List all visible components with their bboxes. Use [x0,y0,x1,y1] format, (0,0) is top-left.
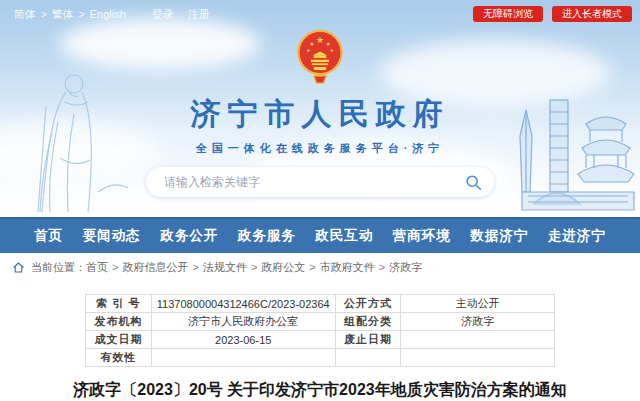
svg-text:★: ★ [309,41,314,47]
nav-item-data-jining[interactable]: 数据济宁 [470,227,528,245]
breadcrumb-city-gov-files[interactable]: 市政府文件 [320,260,375,275]
accessibility-buttons: 无障碍浏览 进入长者模式 [473,6,632,22]
topbar: 简体 > 繁体 > English 登录 注册 无障碍浏览 进入长者模式 [0,0,640,24]
topbar-separator: > [79,9,85,20]
search-icon [465,174,482,191]
breadcrumb-prefix: 当前位置： [31,260,86,275]
nav-item-business-env[interactable]: 营商环境 [393,227,451,245]
elder-mode-button[interactable]: 进入长者模式 [552,6,632,22]
breadcrumb-separator: > [192,261,198,273]
meta-value-disclosure: 主动公开 [401,295,555,313]
meta-label-date: 成文日期 [86,331,152,349]
main-nav: 首页 要闻动态 政务公开 政务服务 政民互动 营商环境 数据济宁 走进济宁 [0,217,640,253]
meta-label-disclosure: 公开方式 [335,295,401,313]
meta-label-issuer: 发布机构 [86,313,152,331]
accessible-browsing-button[interactable]: 无障碍浏览 [473,6,543,22]
search-bar [146,167,494,197]
meta-label-category: 组配分类 [335,313,401,331]
site-title: 济宁市人民政府 [0,94,640,135]
meta-label-validity: 有效性 [86,349,152,367]
lang-simplified-link[interactable]: 简体 [14,7,36,22]
svg-text:★: ★ [330,48,334,53]
meta-value-empty [401,349,555,367]
meta-label-empty [335,349,401,367]
breadcrumb-separator: > [379,261,385,273]
home-icon [12,261,25,274]
document-title: 济政字〔2023〕20号 关于印发济宁市2023年地质灾害防治方案的通知 [0,380,640,401]
national-emblem-icon: ★ ★ ★ ★ ★ [293,27,347,87]
doc-meta-table: 索 引 号 11370800004312466C/2023-02364 公开方式… [85,294,555,367]
nav-item-gov-services[interactable]: 政务服务 [238,227,296,245]
search-input[interactable] [164,175,465,189]
breadcrumb-regulation-files[interactable]: 法规文件 [203,260,247,275]
table-row: 成文日期 2023-06-15 废止日期 [86,331,555,349]
meta-value-expiry [401,331,555,349]
nav-item-home[interactable]: 首页 [34,227,63,245]
meta-label-expiry: 废止日期 [335,331,401,349]
nav-item-gov-disclosure[interactable]: 政务公开 [160,227,218,245]
site-subtitle: 全国一体化在线政务服务平台·济宁 [0,141,640,156]
nav-item-news[interactable]: 要闻动态 [83,227,141,245]
nav-item-about-jining[interactable]: 走进济宁 [548,227,606,245]
table-row: 索 引 号 11370800004312466C/2023-02364 公开方式… [86,295,555,313]
table-row: 有效性 [86,349,555,367]
breadcrumb-home[interactable]: 首页 [86,260,108,275]
lang-traditional-link[interactable]: 繁体 [52,7,74,22]
breadcrumb-separator: > [112,261,118,273]
breadcrumb-jizhengzi[interactable]: 济政字 [389,260,422,275]
site-header: 简体 > 繁体 > English 登录 注册 无障碍浏览 进入长者模式 ★ ★… [0,0,640,217]
lang-english-link[interactable]: English [90,8,126,20]
table-row: 发布机构 济宁市人民政府办公室 组配分类 济政字 [86,313,555,331]
meta-label-index: 索 引 号 [86,295,152,313]
register-link[interactable]: 注册 [188,7,210,22]
svg-text:★: ★ [306,48,310,53]
topbar-separator: > [41,9,47,20]
meta-value-issuer: 济宁市人民政府办公室 [151,313,335,331]
svg-text:★: ★ [316,35,324,45]
breadcrumb-gov-documents[interactable]: 政府公文 [261,260,305,275]
meta-value-category: 济政字 [401,313,555,331]
breadcrumb-info-disclosure[interactable]: 政府信息公开 [122,260,188,275]
breadcrumb-separator: > [251,261,257,273]
breadcrumb-separator: > [309,261,315,273]
nav-item-public-interaction[interactable]: 政民互动 [315,227,373,245]
search-button[interactable] [465,174,482,191]
meta-value-validity [151,349,335,367]
meta-value-index: 11370800004312466C/2023-02364 [151,295,335,313]
login-link[interactable]: 登录 [152,7,174,22]
breadcrumb: 当前位置： 首页 > 政府信息公开 > 法规文件 > 政府公文 > 市政府文件 … [0,253,640,281]
svg-text:★: ★ [326,41,331,47]
meta-value-date: 2023-06-15 [151,331,335,349]
auth-links: 登录 注册 [152,7,210,22]
